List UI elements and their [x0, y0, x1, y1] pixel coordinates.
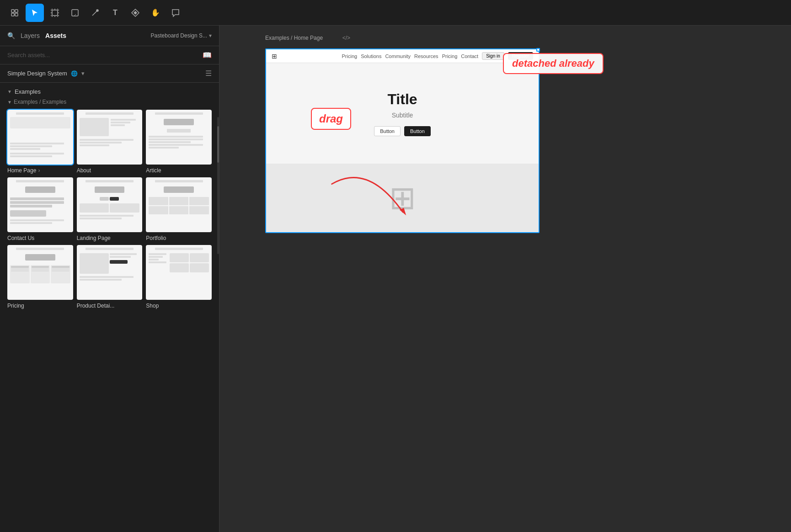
preview-signin-button[interactable]: Sign in [482, 52, 504, 60]
sub-section-chevron: ▼ [7, 100, 12, 105]
preview-hero-buttons: Button Button [374, 126, 431, 136]
asset-thumb-article[interactable] [146, 110, 212, 165]
asset-label-about: About [77, 167, 143, 174]
preview-frame: ⊞ Pricing Solutions Community Resources … [265, 48, 540, 233]
comment-tool-button[interactable] [166, 4, 185, 22]
svg-point-18 [96, 10, 98, 11]
home-page-arrow-icon: › [38, 167, 40, 174]
asset-grid: Home Page › [7, 110, 212, 309]
globe-icon: 🌐 [71, 70, 78, 77]
preview-nav: ⊞ Pricing Solutions Community Resources … [266, 49, 539, 63]
asset-label-product-detail: Product Detai... [77, 303, 143, 309]
asset-thumb-contact-us[interactable] [7, 177, 73, 232]
svg-rect-4 [52, 10, 58, 16]
sidebar: 🔍 Layers Assets Pasteboard Design S... ▾… [0, 26, 219, 532]
preview-section2: ⊞ [266, 164, 539, 232]
chevron-down-icon: ▾ [209, 32, 212, 39]
asset-item-article[interactable]: Article [146, 110, 212, 174]
nav-link-resources[interactable]: Resources [414, 53, 438, 59]
svg-rect-0 [11, 10, 14, 12]
design-system-actions: ☰ [205, 69, 212, 78]
nav-link-pricing2[interactable]: Pricing [442, 53, 458, 59]
preview-logo-icon: ⊞ [272, 53, 277, 60]
asset-item-landing-page[interactable]: Landing Page [77, 177, 143, 241]
list-icon[interactable]: ☰ [205, 69, 212, 78]
frame-label-row: Examples / Home Page </> [265, 35, 323, 41]
book-icon[interactable]: 📖 [203, 51, 212, 59]
asset-item-pricing[interactable]: Pricing [7, 245, 73, 309]
asset-thumb-landing-page[interactable] [77, 177, 143, 232]
sub-section-label: Examples / Examples [14, 99, 66, 105]
nav-link-community[interactable]: Community [385, 53, 411, 59]
design-system-info: Simple Design System 🌐 ▾ [7, 70, 85, 77]
assets-area: ▼ Examples ▼ Examples / Examples [0, 83, 219, 532]
asset-label-pricing: Pricing [7, 303, 73, 309]
preview-hero-btn2[interactable]: Button [404, 126, 431, 136]
search-icon[interactable]: 🔍 [7, 32, 15, 39]
asset-thumb-home-page[interactable] [7, 110, 73, 165]
frame-label-text: Examples / Home Page [265, 35, 323, 41]
sidebar-scrollbar-thumb[interactable] [217, 126, 219, 163]
annotation-detached: detached already [503, 53, 604, 74]
sidebar-scrollbar-track [217, 117, 219, 254]
search-input[interactable] [7, 52, 199, 59]
asset-label-contact-us: Contact Us [7, 235, 73, 241]
layers-tab[interactable]: Layers [21, 30, 40, 41]
preview-hero: Title Subtitle Button Button [266, 63, 539, 164]
component-tool-button[interactable] [126, 4, 144, 22]
preview-nav-links: Pricing Solutions Community Resources Pr… [283, 52, 533, 60]
asset-thumb-shop[interactable] [146, 245, 212, 300]
annotation-drag: drag [311, 108, 351, 130]
toolbar: T ✋ [0, 0, 791, 26]
design-system-chevron[interactable]: ▾ [81, 70, 85, 77]
sidebar-search-row: 📖 [0, 46, 219, 64]
asset-label-article: Article [146, 167, 212, 174]
select-tool-button[interactable] [26, 4, 44, 22]
asset-item-home-page[interactable]: Home Page › [7, 110, 73, 174]
resize-handle-tr[interactable] [536, 48, 540, 52]
preview-section2-icon: ⊞ [389, 182, 416, 214]
svg-rect-3 [15, 13, 18, 16]
nav-link-contact[interactable]: Contact [461, 53, 478, 59]
preview-hero-btn1[interactable]: Button [374, 126, 401, 136]
examples-section-header[interactable]: ▼ Examples [7, 88, 212, 95]
asset-item-portfolio[interactable]: Portfolio [146, 177, 212, 241]
svg-rect-1 [15, 10, 18, 12]
text-tool-button[interactable]: T [106, 4, 124, 22]
design-system-name: Simple Design System [7, 70, 67, 77]
preview-hero-subtitle: Subtitle [392, 112, 413, 119]
sidebar-header: 🔍 Layers Assets Pasteboard Design S... ▾ [0, 26, 219, 46]
asset-thumb-pricing[interactable] [7, 245, 73, 300]
examples-sub-section[interactable]: ▼ Examples / Examples [7, 99, 212, 105]
project-dropdown[interactable]: Pasteboard Design S... ▾ [151, 32, 212, 39]
design-system-row: Simple Design System 🌐 ▾ ☰ [0, 64, 219, 83]
nav-link-pricing1[interactable]: Pricing [342, 53, 358, 59]
examples-section-label: Examples [15, 88, 41, 95]
shape-tool-button[interactable] [66, 4, 84, 22]
asset-item-shop[interactable]: Shop [146, 245, 212, 309]
hand-tool-button[interactable]: ✋ [146, 4, 165, 22]
examples-chevron-icon: ▼ [7, 89, 12, 94]
asset-thumb-product-detail[interactable] [77, 245, 143, 300]
asset-thumb-about[interactable] [77, 110, 143, 165]
main-content: 🔍 Layers Assets Pasteboard Design S... ▾… [0, 26, 791, 532]
svg-rect-2 [11, 13, 14, 16]
preview-hero-title: Title [387, 91, 417, 108]
code-icon[interactable]: </> [342, 35, 350, 41]
asset-label-portfolio: Portfolio [146, 235, 212, 241]
grid-tool-button[interactable] [5, 4, 24, 22]
project-name: Pasteboard Design S... [151, 32, 207, 39]
asset-item-contact-us[interactable]: Contact Us [7, 177, 73, 241]
asset-item-about[interactable]: About [77, 110, 143, 174]
asset-thumb-portfolio[interactable] [146, 177, 212, 232]
assets-tab[interactable]: Assets [45, 30, 66, 41]
asset-label-home-page: Home Page › [7, 167, 73, 174]
frame-tool-button[interactable] [46, 4, 64, 22]
nav-link-solutions[interactable]: Solutions [361, 53, 381, 59]
asset-label-shop: Shop [146, 303, 212, 309]
canvas-area[interactable]: Examples / Home Page </> ⊞ Pricing Solut… [219, 26, 791, 532]
pen-tool-button[interactable] [86, 4, 104, 22]
asset-label-landing-page: Landing Page [77, 235, 143, 241]
asset-item-product-detail[interactable]: Product Detai... [77, 245, 143, 309]
